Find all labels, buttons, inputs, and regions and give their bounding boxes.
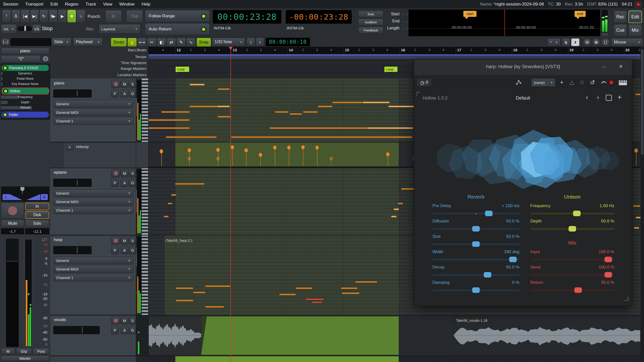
param-slider-handle[interactable] [574, 287, 582, 293]
gain-display[interactable]: -1.7 [1, 228, 24, 234]
midi-note[interactable] [394, 208, 399, 210]
track-playlist-button[interactable]: P [111, 89, 119, 98]
track-mute-button[interactable]: M [121, 169, 128, 177]
vertical-scrollbar[interactable] [640, 47, 644, 362]
velocity-lane-close-button[interactable]: × [66, 144, 73, 151]
ruler-lane-label-0[interactable]: Bars:Beats [91, 48, 146, 52]
secondary-clock[interactable]: -00:00:23:28 [286, 10, 352, 24]
param-slider-track[interactable] [530, 289, 614, 291]
edit-point-dropdown[interactable]: Playhead [73, 38, 103, 46]
pan-widget[interactable]: L R [1, 187, 49, 202]
strip-name-button[interactable]: piano [1, 48, 49, 54]
mouse-mode-dropdown[interactable]: Mouse [611, 38, 643, 46]
track-name-label[interactable]: harp [54, 237, 62, 242]
param-slider-handle[interactable] [472, 226, 480, 232]
midnam-device-dropdown[interactable]: Generic [53, 189, 133, 197]
vs-button[interactable]: VS [32, 24, 41, 33]
ruler-lane-label-4[interactable]: Location Markers [91, 73, 146, 77]
param-slider-track[interactable] [432, 274, 519, 276]
ruler-lane-label-2[interactable]: Time Signature [91, 61, 146, 65]
instrument-param[interactable]: Key Release Noise [1, 82, 49, 86]
stop-button[interactable]: ■ [67, 10, 76, 23]
param-slider-track[interactable] [530, 274, 614, 276]
param-slider-handle[interactable] [472, 241, 480, 247]
track-group-button[interactable]: G [129, 179, 136, 187]
midi-note[interactable] [318, 106, 332, 107]
stretch-tool[interactable]: ⇄ [167, 38, 176, 47]
midnam-device-dropdown[interactable]: Generic [53, 257, 133, 264]
delete-preset-button[interactable]: ⊘ [578, 78, 586, 87]
midi-note[interactable] [401, 188, 415, 190]
velocity-lollipop[interactable] [317, 149, 317, 166]
velocity-lollipop[interactable] [232, 149, 233, 166]
play-button[interactable]: ▶ [58, 10, 67, 23]
param-slider-handle[interactable] [472, 287, 480, 293]
velocity-lollipop[interactable] [388, 156, 388, 166]
track-automation-button[interactable]: A [121, 246, 128, 254]
playhead[interactable] [230, 47, 231, 362]
zoom-preset-dropdown[interactable]: * [547, 38, 560, 46]
harp-track-header[interactable]: harp M S P A G Generic General MIDI Chan… [50, 235, 136, 315]
mix-page-button[interactable]: Mix [628, 24, 642, 36]
track-solo-button[interactable]: S [129, 316, 136, 325]
midi-note[interactable] [342, 292, 359, 294]
midi-note[interactable] [148, 127, 190, 129]
strip-group-button[interactable]: Grp [16, 348, 32, 354]
midi-note[interactable] [171, 194, 176, 196]
midi-note[interactable] [218, 116, 231, 118]
param-slider-handle[interactable] [573, 211, 581, 216]
track-automation-button[interactable]: A [121, 179, 128, 187]
midi-channel-button[interactable]: *2* [1, 55, 41, 62]
velocity-lollipop[interactable] [161, 153, 162, 166]
track-automation-button[interactable]: A [121, 89, 128, 98]
midi-note[interactable] [391, 216, 396, 217]
processor-hollow[interactable]: Hollow [2, 87, 49, 95]
midi-keyboard-button[interactable] [617, 78, 629, 87]
processor-led[interactable] [3, 112, 8, 117]
edit-page-button[interactable]: Edit [628, 11, 642, 23]
meter-options-button[interactable] [601, 33, 608, 36]
velocity-lollipop[interactable] [275, 149, 275, 166]
track-solo-button[interactable]: S [129, 237, 136, 245]
secondary-clock-source[interactable]: INT/M-Clk [287, 26, 304, 30]
mini-timeline[interactable]: start end 00:00:00:00 00:00:40:00 00:01:… [409, 10, 600, 36]
velocity-lollipop[interactable] [303, 149, 303, 166]
processor-led[interactable] [3, 89, 8, 94]
preset-add-button[interactable]: + [615, 93, 624, 102]
track-playlist-button[interactable]: P [111, 246, 119, 254]
zoom-in-button[interactable]: ⊕ [592, 38, 600, 46]
param-slider-track[interactable] [432, 259, 519, 260]
processor-fader[interactable]: Fader [2, 112, 49, 118]
processor-led[interactable] [3, 66, 8, 70]
midi-note[interactable] [290, 113, 302, 115]
param-slider-handle[interactable] [509, 257, 517, 262]
rec-page-button[interactable]: Rec [614, 11, 627, 23]
preset-prev-button[interactable]: ‹ [583, 93, 591, 102]
velocity-lollipop[interactable] [331, 160, 332, 166]
pan-handle[interactable] [20, 187, 24, 192]
midi-note[interactable] [164, 216, 169, 217]
midi-note[interactable] [205, 306, 224, 308]
midi-channel-dropdown[interactable]: Channel 1 [53, 274, 133, 281]
track-solo-button[interactable]: S [129, 80, 136, 88]
vocals-track-header[interactable]: vocals M S P A G [50, 315, 136, 356]
ruler-lane-label-3[interactable]: Range Markers [91, 66, 146, 71]
param-slider-track[interactable] [530, 213, 614, 214]
plugin-param[interactable]: Frequency [1, 95, 49, 99]
midi-note[interactable] [231, 136, 412, 138]
velocity-lollipop[interactable] [636, 152, 636, 166]
rec-mode-dropdown[interactable]: Layered [99, 24, 140, 34]
menu-help[interactable]: Help [142, 2, 150, 7]
midi-panic-button[interactable]: ! [2, 10, 11, 23]
midi-note[interactable] [279, 294, 296, 295]
track-gain-slider[interactable] [53, 179, 92, 187]
track-rec-enable[interactable] [111, 237, 120, 245]
shuttle-slider[interactable] [18, 26, 32, 31]
track-playlist-button[interactable]: P [111, 179, 119, 187]
midi-note[interactable] [166, 136, 217, 138]
midnam-device-dropdown[interactable]: Generic [53, 100, 133, 108]
midi-note[interactable] [636, 217, 640, 218]
midi-note[interactable] [270, 127, 368, 129]
nudge-clock[interactable]: 00:00:00:10 [266, 38, 310, 46]
instrument-param[interactable]: Pedal Noise [1, 77, 49, 80]
